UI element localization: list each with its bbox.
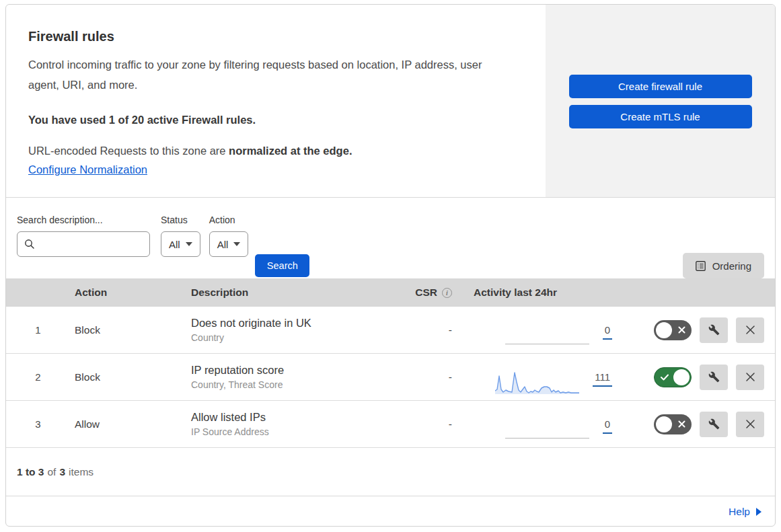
flat-activity-line	[505, 344, 589, 344]
toggle-check-icon	[661, 374, 669, 381]
wrench-icon	[708, 418, 720, 430]
rule-enabled-toggle[interactable]	[654, 367, 692, 387]
status-select[interactable]: All	[161, 231, 200, 257]
normalization-note-bold: normalized at the edge.	[229, 145, 352, 157]
column-csr-label: CSR	[415, 287, 437, 299]
rule-action: Allow	[70, 418, 186, 430]
arrow-right-icon	[756, 508, 761, 516]
table-row: 1 Block Does not originate in UK Country…	[6, 307, 775, 354]
normalization-note-text: URL-encoded Requests to this zone are	[28, 145, 229, 157]
rule-csr: -	[396, 324, 460, 336]
toggle-x-icon	[678, 326, 685, 334]
rule-priority: 1	[6, 324, 70, 336]
toggle-knob	[673, 369, 690, 385]
configure-normalization-link[interactable]: Configure Normalization	[28, 163, 147, 176]
action-select[interactable]: All	[209, 231, 249, 257]
help-label: Help	[729, 506, 750, 518]
rule-fields: Country, Threat Score	[191, 379, 396, 390]
rule-fields: IP Source Address	[191, 426, 396, 437]
rule-enabled-toggle[interactable]	[654, 320, 692, 340]
status-label: Status	[161, 215, 200, 225]
ordering-list-icon	[696, 261, 706, 271]
rule-csr: -	[396, 418, 460, 430]
activity-count-link[interactable]: 0	[603, 418, 612, 434]
rule-controls	[622, 317, 775, 343]
edit-rule-button[interactable]	[700, 317, 728, 343]
status-filter-group: Status All	[161, 215, 200, 257]
search-box[interactable]	[17, 231, 150, 257]
flat-activity-line	[505, 438, 589, 439]
create-firewall-rule-button[interactable]: Create firewall rule	[569, 75, 752, 98]
column-activity: Activity last 24hr	[460, 287, 622, 299]
activity-count-link[interactable]: 0	[603, 324, 612, 340]
chevron-down-icon	[233, 242, 240, 246]
overview-text: Firewall rules Control incoming traffic …	[6, 5, 546, 197]
page-title: Firewall rules	[28, 29, 512, 44]
ordering-button-label: Ordering	[712, 260, 751, 272]
edit-rule-button[interactable]	[700, 412, 728, 437]
items-total: 3	[59, 466, 65, 478]
close-icon	[745, 419, 755, 429]
firewall-rules-card: Firewall rules Control incoming traffic …	[5, 4, 776, 527]
pagination-summary: 1 to 3 of 3 items	[6, 448, 775, 496]
overview-section: Firewall rules Control incoming traffic …	[6, 5, 775, 198]
info-icon[interactable]: i	[442, 288, 452, 298]
usage-summary: You have used 1 of 20 active Firewall ru…	[28, 114, 512, 126]
column-description: Description	[186, 287, 396, 299]
activity-sparkline	[495, 370, 579, 394]
close-icon	[745, 372, 755, 382]
action-label: Action	[209, 215, 249, 225]
activity-sparkline-flat	[505, 417, 589, 441]
items-word: items	[69, 466, 94, 478]
wrench-icon	[708, 371, 720, 383]
activity-sparkline-flat	[505, 323, 589, 347]
delete-rule-button[interactable]	[736, 365, 764, 390]
items-of: of	[47, 466, 56, 478]
close-icon	[745, 325, 755, 335]
rule-priority: 3	[6, 418, 70, 430]
filter-bar: Search description... Status All	[6, 198, 775, 278]
help-footer: Help	[6, 496, 775, 527]
activity-count-link[interactable]: 111	[593, 371, 612, 387]
rule-csr: -	[396, 371, 460, 383]
search-group: Search description...	[17, 215, 150, 257]
action-select-value: All	[217, 239, 229, 250]
rule-controls	[622, 365, 775, 390]
table-header: Action Description CSR i Activity last 2…	[6, 278, 775, 307]
table-row: 3 Allow Allow listed IPs IP Source Addre…	[6, 401, 775, 448]
rule-controls	[622, 412, 775, 437]
rule-description-cell: IP reputation score Country, Threat Scor…	[186, 364, 396, 390]
rule-description-cell: Does not originate in UK Country	[186, 317, 396, 343]
help-link[interactable]: Help	[729, 506, 761, 518]
rule-activity-cell: 0	[460, 307, 622, 353]
items-range: 1 to 3	[17, 466, 44, 478]
firewall-rules-page: Firewall rules Control incoming traffic …	[0, 0, 781, 532]
rule-title: Allow listed IPs	[191, 411, 396, 424]
column-action: Action	[70, 287, 186, 299]
column-csr: CSR i	[396, 287, 460, 299]
search-input[interactable]	[40, 238, 143, 250]
page-description: Control incoming traffic to your zone by…	[28, 54, 512, 95]
rule-activity-cell: 0	[460, 401, 622, 447]
table-row: 2 Block IP reputation score Country, Thr…	[6, 354, 775, 401]
rule-title: IP reputation score	[191, 364, 396, 377]
rule-activity-cell: 111	[460, 354, 622, 400]
actions-panel: Create firewall rule Create mTLS rule	[546, 5, 775, 197]
create-mtls-rule-button[interactable]: Create mTLS rule	[569, 105, 752, 128]
toggle-x-icon	[678, 420, 685, 428]
rule-title: Does not originate in UK	[191, 317, 396, 330]
toggle-knob	[656, 322, 672, 338]
search-icon	[24, 239, 35, 250]
rule-description-cell: Allow listed IPs IP Source Address	[186, 411, 396, 437]
rule-action: Block	[70, 371, 186, 383]
delete-rule-button[interactable]	[736, 412, 764, 437]
normalization-note: URL-encoded Requests to this zone are no…	[28, 145, 512, 157]
chevron-down-icon	[186, 242, 192, 246]
ordering-button[interactable]: Ordering	[683, 253, 764, 278]
rule-fields: Country	[191, 332, 396, 343]
action-filter-group: Action All	[209, 215, 249, 257]
delete-rule-button[interactable]	[736, 317, 764, 343]
edit-rule-button[interactable]	[700, 365, 728, 390]
search-button[interactable]: Search	[255, 254, 309, 277]
rule-enabled-toggle[interactable]	[654, 414, 692, 434]
